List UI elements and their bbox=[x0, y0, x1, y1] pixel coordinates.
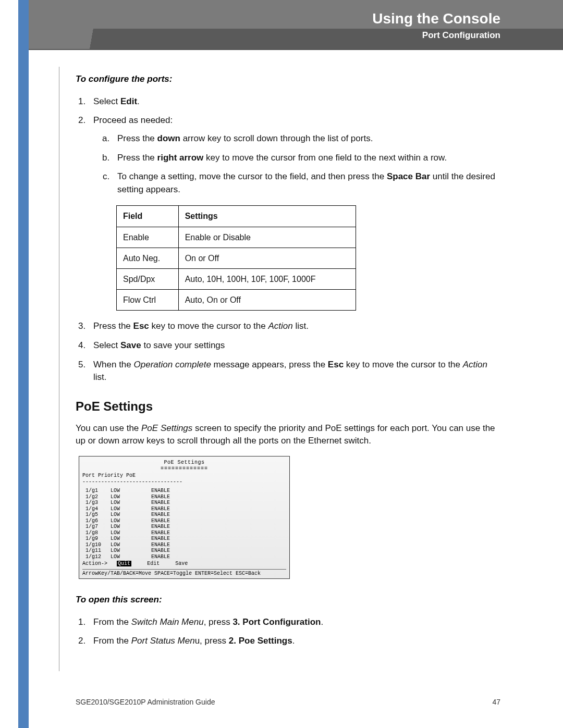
console-action-save: Save bbox=[175, 561, 188, 566]
page-header: Using the Console Port Configuration bbox=[29, 0, 563, 50]
poe-paragraph: You can use the PoE Settings screen to s… bbox=[76, 422, 498, 448]
step-4: Select Save to save your settings bbox=[88, 339, 498, 352]
console-action-row: Action-> Quit Edit Save bbox=[82, 561, 286, 567]
settings-table: Field Settings Enable Enable or Disable … bbox=[116, 205, 356, 311]
open-steps-list: From the Switch Main Menu, press 3. Port… bbox=[88, 616, 498, 648]
open-step-2: From the Port Status Menu, press 2. Poe … bbox=[88, 635, 498, 648]
footer-page-number: 47 bbox=[492, 698, 500, 706]
console-screenshot: PoE Settings ============= Port Priority… bbox=[79, 456, 290, 579]
page-content: To configure the ports: Select Edit. Pro… bbox=[76, 73, 498, 654]
substep-a: Press the down arrow key to scroll down … bbox=[112, 132, 498, 145]
footer-guide-name: SGE2010/SGE2010P Administration Guide bbox=[76, 698, 215, 706]
heading-poe-settings: PoE Settings bbox=[76, 398, 498, 416]
chapter-title: Using the Console bbox=[372, 10, 500, 27]
substeps-list: Press the down arrow key to scroll down … bbox=[112, 132, 498, 196]
subhead-configure-ports: To configure the ports: bbox=[76, 73, 498, 86]
console-rows: 1/g1 LOW ENABLE 1/g2 LOW ENABLE 1/g3 LOW… bbox=[82, 488, 286, 560]
steps-list: Select Edit. Proceed as needed: Press th… bbox=[88, 95, 498, 384]
table-row: Enable Enable or Disable bbox=[117, 227, 356, 248]
table-row: Spd/Dpx Auto, 10H, 100H, 10F, 100F, 1000… bbox=[117, 269, 356, 290]
table-row: Auto Neg. On or Off bbox=[117, 248, 356, 268]
step-1: Select Edit. bbox=[88, 95, 498, 108]
substep-c: To change a setting, move the cursor to … bbox=[112, 170, 498, 196]
header-rule bbox=[29, 49, 563, 50]
step-3: Press the Esc key to move the cursor to … bbox=[88, 320, 498, 333]
console-action-edit: Edit bbox=[147, 561, 160, 566]
console-action-quit: Quit bbox=[117, 561, 131, 566]
margin-rule bbox=[59, 67, 59, 671]
substep-b: Press the right arrow key to move the cu… bbox=[112, 152, 498, 165]
section-title: Port Configuration bbox=[422, 30, 500, 41]
step-2: Proceed as needed: Press the down arrow … bbox=[88, 114, 498, 311]
console-title: PoE Settings bbox=[82, 460, 286, 466]
console-divider: -------------------------------- bbox=[82, 479, 286, 485]
col-settings: Settings bbox=[178, 206, 356, 227]
console-column-header: Port Priority PoE bbox=[82, 473, 286, 479]
page-footer: SGE2010/SGE2010P Administration Guide 47 bbox=[76, 698, 500, 706]
subhead-open-screen: To open this screen: bbox=[76, 594, 498, 607]
side-accent-bar bbox=[18, 0, 29, 728]
open-step-1: From the Switch Main Menu, press 3. Port… bbox=[88, 616, 498, 629]
step-5: When the Operation complete message appe… bbox=[88, 359, 498, 384]
col-field: Field bbox=[117, 206, 179, 227]
console-title-underline: ============= bbox=[82, 466, 286, 472]
table-row: Flow Ctrl Auto, On or Off bbox=[117, 290, 356, 311]
console-help-line: ArrowKey/TAB/BACK=Move SPACE=Toggle ENTE… bbox=[82, 569, 286, 577]
